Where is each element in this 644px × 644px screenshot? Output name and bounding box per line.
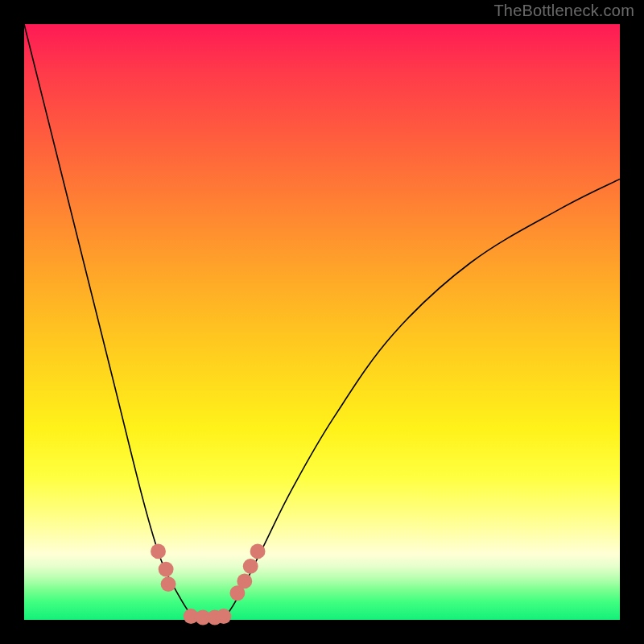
data-marker [216, 609, 231, 624]
chart-stage: TheBottleneck.com [0, 0, 644, 644]
data-marker [159, 562, 174, 577]
marker-group [151, 543, 265, 625]
data-marker [250, 543, 266, 559]
data-marker [151, 543, 166, 559]
data-marker [243, 559, 258, 574]
data-marker [237, 573, 252, 588]
curve-right-branch [224, 179, 620, 620]
watermark-text: TheBottleneck.com [493, 2, 634, 20]
data-marker [161, 576, 176, 592]
curve-left-branch [24, 24, 194, 620]
plot-area [24, 24, 620, 620]
chart-svg [24, 24, 620, 620]
